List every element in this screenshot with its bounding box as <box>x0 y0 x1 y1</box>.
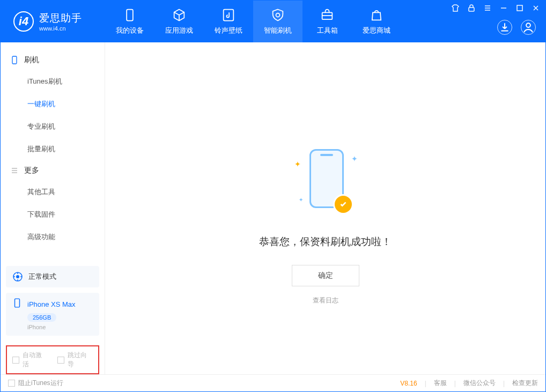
device-storage-chip: 256GB <box>27 313 56 322</box>
sparkle-icon: ✦ <box>351 154 358 163</box>
footer-link-wechat[interactable]: 微信公众号 <box>463 379 496 388</box>
tab-apps-games[interactable]: 应用游戏 <box>154 1 204 42</box>
app-url: www.i4.cn <box>39 25 82 32</box>
tab-label: 铃声壁纸 <box>215 26 242 35</box>
mode-icon <box>12 271 23 282</box>
checkbox-label: 阻止iTunes运行 <box>18 379 63 388</box>
minimize-icon[interactable] <box>499 4 508 12</box>
close-icon[interactable] <box>532 4 540 12</box>
sidebar-group-flash: 刷机 <box>1 50 105 70</box>
tab-label: 爱思商城 <box>363 26 390 35</box>
logo-text: 爱思助手 www.i4.cn <box>39 11 82 32</box>
tab-label: 工具箱 <box>317 26 338 35</box>
view-log-link[interactable]: 查看日志 <box>313 296 338 305</box>
device-icon <box>122 8 137 23</box>
checkbox-box-icon <box>8 380 15 387</box>
sidebar-item-itunes-flash[interactable]: iTunes刷机 <box>1 70 105 93</box>
sidebar-item-other-tools[interactable]: 其他工具 <box>1 181 105 203</box>
cube-icon <box>172 8 187 23</box>
svg-rect-0 <box>127 10 133 21</box>
list-icon <box>10 166 19 175</box>
footer: 阻止iTunes运行 V8.16 | 客服 | 微信公众号 | 检查更新 <box>1 374 545 391</box>
device-box[interactable]: iPhone XS Max 256GB iPhone <box>6 293 99 336</box>
logo-icon: i4 <box>13 11 34 32</box>
sparkle-icon: ✦ <box>299 197 303 203</box>
tab-label: 智能刷机 <box>264 26 292 35</box>
sidebar-item-batch-flash[interactable]: 批量刷机 <box>1 138 105 160</box>
sidebar-item-one-click-flash[interactable]: 一键刷机 <box>1 93 105 115</box>
svg-point-5 <box>526 23 530 27</box>
logo-area: i4 爱思助手 www.i4.cn <box>1 1 105 42</box>
header-tabs: 我的设备 应用游戏 铃声壁纸 智能刷机 工具箱 爱思商城 <box>105 1 401 42</box>
device-name: iPhone XS Max <box>27 300 76 308</box>
svg-rect-4 <box>517 5 522 11</box>
lock-icon[interactable] <box>467 4 476 12</box>
version-label: V8.16 <box>400 380 417 387</box>
tab-toolbox[interactable]: 工具箱 <box>302 1 352 42</box>
sidebar-item-pro-flash[interactable]: 专业刷机 <box>1 115 105 138</box>
ok-button[interactable]: 确定 <box>292 265 359 286</box>
app-header: i4 爱思助手 www.i4.cn 我的设备 应用游戏 铃声壁纸 智能刷机 工具… <box>1 1 545 42</box>
app-name: 爱思助手 <box>39 11 82 25</box>
refresh-shield-icon <box>270 8 285 23</box>
checkbox-skip-guide[interactable]: 跳过向导 <box>57 351 93 369</box>
checkbox-box-icon <box>57 357 64 364</box>
tab-store[interactable]: 爱思商城 <box>352 1 401 42</box>
sidebar-group-more: 更多 <box>1 160 105 181</box>
divider: | <box>425 380 426 387</box>
maximize-icon[interactable] <box>515 4 524 12</box>
device-type: iPhone <box>27 324 93 330</box>
sparkle-icon: ✦ <box>294 160 301 168</box>
titlebar-icons <box>451 4 540 12</box>
tab-ringtones-wallpapers[interactable]: 铃声壁纸 <box>204 1 253 42</box>
app-body: 刷机 iTunes刷机 一键刷机 专业刷机 批量刷机 更多 其他工具 下载固件 … <box>1 42 545 374</box>
footer-link-support[interactable]: 客服 <box>434 379 447 388</box>
success-message: 恭喜您，保资料刷机成功啦！ <box>259 235 392 249</box>
divider: | <box>503 380 505 387</box>
menu-icon[interactable] <box>483 4 492 12</box>
user-icon[interactable] <box>521 20 536 35</box>
device-phone-icon <box>12 298 22 310</box>
device-row: iPhone XS Max <box>12 298 93 310</box>
divider: | <box>454 380 456 387</box>
mode-text: 正常模式 <box>28 272 56 282</box>
tab-label: 应用游戏 <box>165 26 193 35</box>
check-badge-icon <box>333 194 353 215</box>
success-illustration: ✦ ✦ ✦ <box>283 144 368 219</box>
svg-rect-1 <box>224 10 234 21</box>
svg-point-8 <box>16 275 19 278</box>
svg-rect-9 <box>15 299 20 307</box>
mode-box[interactable]: 正常模式 <box>6 266 99 287</box>
checkbox-box-icon <box>12 357 19 364</box>
checkbox-block-itunes[interactable]: 阻止iTunes运行 <box>8 379 63 388</box>
tab-smart-flash[interactable]: 智能刷机 <box>253 1 302 42</box>
highlighted-checkbox-bar: 自动激活 跳过向导 <box>6 345 99 374</box>
bag-icon <box>369 8 384 23</box>
sidebar-item-download-firmware[interactable]: 下载固件 <box>1 203 105 226</box>
phone-outline-icon <box>10 56 19 64</box>
footer-right: V8.16 | 客服 | 微信公众号 | 检查更新 <box>400 379 538 388</box>
checkbox-label: 自动激活 <box>23 351 48 369</box>
tab-my-device[interactable]: 我的设备 <box>105 1 154 42</box>
group-title: 更多 <box>24 166 39 175</box>
main-content: ✦ ✦ ✦ 恭喜您，保资料刷机成功啦！ 确定 查看日志 <box>105 42 545 374</box>
download-icon[interactable] <box>497 20 512 35</box>
sidebar-scroll: 刷机 iTunes刷机 一键刷机 专业刷机 批量刷机 更多 其他工具 下载固件 … <box>1 42 105 261</box>
sidebar-item-advanced[interactable]: 高级功能 <box>1 226 105 248</box>
checkbox-auto-activate[interactable]: 自动激活 <box>12 351 48 369</box>
sidebar-bottom: 正常模式 iPhone XS Max 256GB iPhone <box>1 261 105 341</box>
svg-rect-3 <box>469 8 474 11</box>
tab-label: 我的设备 <box>116 26 144 35</box>
music-note-icon <box>221 8 236 23</box>
shirt-icon[interactable] <box>451 4 460 12</box>
group-title: 刷机 <box>24 55 39 65</box>
footer-link-update[interactable]: 检查更新 <box>512 379 538 388</box>
sidebar: 刷机 iTunes刷机 一键刷机 专业刷机 批量刷机 更多 其他工具 下载固件 … <box>1 42 105 374</box>
checkbox-label: 跳过向导 <box>68 351 93 369</box>
svg-rect-6 <box>12 56 17 64</box>
header-action-icons <box>497 20 536 35</box>
toolbox-icon <box>320 8 335 23</box>
